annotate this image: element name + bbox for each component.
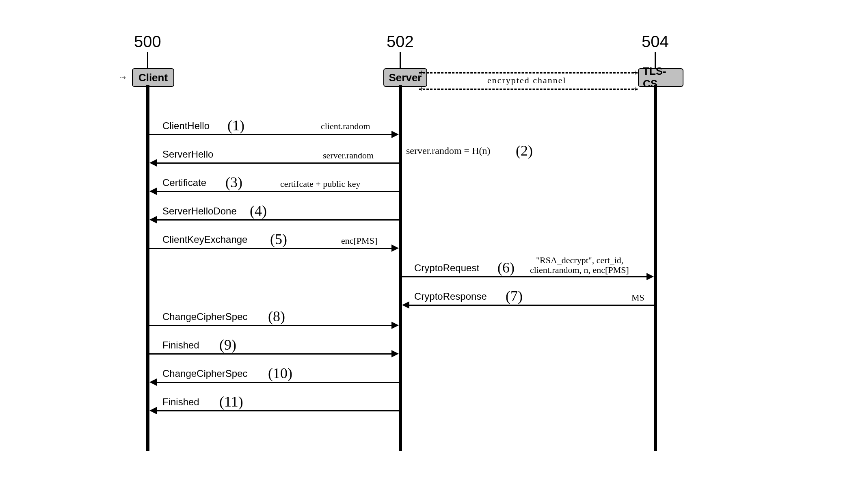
m3-name: Certificate: [162, 177, 206, 188]
server-ref-tick: [400, 52, 401, 68]
m6-name: CryptoRequest: [414, 262, 479, 274]
m8-name: ChangeCipherSpec: [162, 311, 247, 322]
m2-line: [157, 162, 399, 164]
m2-name: ServerHello: [162, 149, 213, 160]
m4-head: [149, 216, 157, 223]
tlscs-ref: 504: [642, 32, 669, 51]
m10-name: ChangeCipherSpec: [162, 368, 247, 379]
m1-line: [149, 134, 391, 135]
m5-name: ClientKeyExchange: [162, 234, 247, 245]
m6-payload-l2: client.random, n, enc[PMS]: [530, 265, 629, 275]
m11-step: (11): [219, 393, 243, 410]
client-ref-tick: [147, 52, 148, 68]
plus-tl: +: [419, 68, 424, 78]
m1-step: (1): [227, 117, 244, 134]
encrypted-channel-bottom: [419, 89, 638, 90]
client-label: Client: [138, 71, 168, 84]
m1-payload: client.random: [321, 121, 370, 132]
m8-head: [391, 322, 399, 329]
client-actor: Client: [132, 68, 174, 87]
m9-name: Finished: [162, 340, 199, 351]
m7-line: [409, 305, 654, 306]
m8-step: (8): [268, 308, 285, 325]
encrypted-channel-label: encrypted channel: [487, 75, 566, 86]
encrypted-channel-top: [419, 72, 638, 74]
m10-line: [157, 382, 399, 383]
m7-name: CryptoResponse: [414, 291, 487, 302]
plus-br: +: [633, 84, 638, 94]
m7-head: [402, 301, 409, 309]
m11-head: [149, 407, 157, 414]
m1-head: [391, 131, 399, 138]
plus-tr: +: [633, 68, 638, 78]
tlscs-lifeline: [654, 85, 657, 451]
m6-line: [402, 276, 646, 277]
m10-step: (10): [268, 365, 292, 382]
m8-line: [149, 325, 391, 326]
m4-name: ServerHelloDone: [162, 205, 237, 217]
m6-step: (6): [497, 259, 515, 276]
m3-line: [157, 191, 399, 192]
m2-step-right: (2): [516, 142, 533, 159]
m1-name: ClientHello: [162, 120, 210, 132]
m7-payload: MS: [631, 292, 644, 303]
m5-line: [149, 248, 391, 249]
m2-payload: server.random: [323, 150, 374, 161]
m9-line: [149, 353, 391, 355]
m5-step: (5): [270, 231, 287, 248]
m3-payload: certifcate + public key: [280, 179, 360, 189]
tlscs-label: TLS-CS: [643, 65, 679, 90]
m9-step: (9): [219, 336, 236, 353]
m3-step: (3): [225, 174, 242, 191]
m5-head: [391, 244, 399, 252]
server-ref: 502: [387, 32, 414, 51]
m10-head: [149, 379, 157, 386]
sequence-diagram: 500 502 504 ⇢ Client Server TLS-CS + + +…: [0, 0, 867, 504]
m3-head: [149, 188, 157, 195]
client-ref: 500: [134, 32, 161, 51]
m7-step: (7): [506, 288, 523, 305]
plus-bl: +: [419, 84, 424, 94]
m4-line: [157, 219, 399, 221]
m9-head: [391, 350, 399, 357]
tlscs-actor: TLS-CS: [638, 68, 683, 87]
m6-head: [646, 273, 654, 280]
m5-payload: enc[PMS]: [341, 236, 377, 246]
m11-name: Finished: [162, 396, 199, 408]
m4-step: (4): [250, 202, 267, 219]
server-label: Server: [389, 71, 422, 84]
m6-payload-l1: "RSA_decrypt", cert_id,: [536, 255, 623, 266]
m2-head: [149, 159, 157, 167]
server-note: server.random = H(n): [406, 145, 490, 156]
side-annotation: ⇢: [120, 73, 126, 82]
server-lifeline: [399, 85, 402, 451]
m11-line: [157, 410, 399, 411]
client-lifeline: [146, 85, 149, 451]
